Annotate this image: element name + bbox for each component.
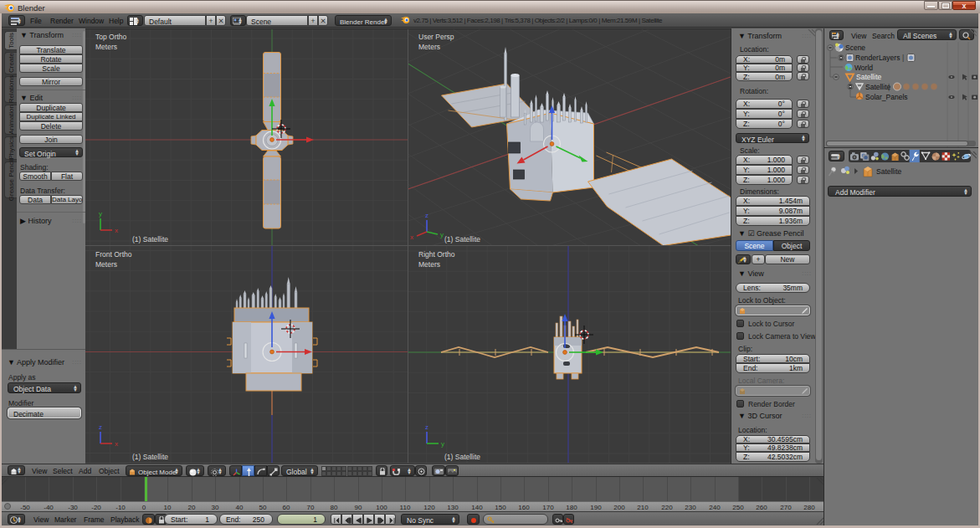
- svg-text:y: y: [99, 210, 102, 218]
- svg-text:x: x: [115, 440, 118, 448]
- svg-text:Top Ortho: Top Ortho: [95, 33, 127, 41]
- svg-text:110: 110: [400, 504, 411, 511]
- svg-text:-30: -30: [68, 504, 78, 511]
- svg-text:60: 60: [283, 504, 290, 511]
- svg-text:170: 170: [542, 504, 554, 511]
- svg-text:y: y: [440, 231, 444, 238]
- svg-text:0: 0: [142, 504, 146, 511]
- svg-text:User Persp: User Persp: [418, 33, 454, 41]
- svg-text:-10: -10: [115, 504, 126, 511]
- svg-text:20: 20: [188, 504, 196, 511]
- svg-text:Meters: Meters: [95, 43, 117, 51]
- svg-text:x: x: [115, 227, 118, 234]
- svg-text:200: 200: [613, 504, 625, 511]
- svg-text:-50: -50: [20, 504, 30, 511]
- svg-text:190: 190: [590, 504, 602, 511]
- svg-text:30: 30: [212, 504, 219, 511]
- svg-text:80: 80: [331, 504, 338, 511]
- svg-text:Meters: Meters: [418, 43, 440, 51]
- svg-text:-20: -20: [91, 504, 101, 511]
- svg-text:(1) Satellite: (1) Satellite: [444, 453, 480, 461]
- svg-text:270: 270: [780, 504, 792, 511]
- svg-text:140: 140: [471, 504, 483, 511]
- svg-text:280: 280: [803, 504, 815, 511]
- svg-text:-40: -40: [44, 504, 54, 511]
- svg-text:Scene: Scene: [845, 44, 865, 52]
- svg-text:Meters: Meters: [418, 260, 440, 269]
- svg-text:160: 160: [518, 504, 530, 511]
- svg-text:World: World: [854, 64, 873, 72]
- svg-text:(1) Satellite: (1) Satellite: [444, 235, 480, 243]
- svg-text:230: 230: [685, 504, 696, 511]
- svg-text:(1) Satellite: (1) Satellite: [132, 453, 168, 461]
- svg-text:z: z: [99, 423, 102, 431]
- svg-text:|: |: [902, 54, 904, 62]
- svg-text:260: 260: [756, 504, 767, 511]
- svg-text:Right Ortho: Right Ortho: [418, 250, 455, 259]
- svg-text:220: 220: [661, 504, 673, 511]
- svg-text:Front Ortho: Front Ortho: [95, 250, 132, 259]
- svg-text:Meters: Meters: [95, 260, 117, 269]
- svg-text:50: 50: [259, 504, 267, 511]
- svg-text:130: 130: [447, 504, 459, 511]
- svg-text:Satellite: Satellite: [865, 83, 891, 91]
- svg-text:70: 70: [307, 504, 315, 511]
- svg-text:Satellite: Satellite: [876, 167, 902, 176]
- svg-text:Satellite: Satellite: [856, 73, 882, 81]
- svg-text:Solar_Panels: Solar_Panels: [865, 93, 908, 101]
- svg-text:90: 90: [355, 504, 362, 511]
- svg-text:100: 100: [376, 504, 387, 511]
- svg-text:y: y: [441, 440, 444, 448]
- svg-text:z: z: [425, 423, 428, 431]
- svg-text:RenderLayers: RenderLayers: [855, 54, 900, 62]
- svg-text:180: 180: [566, 504, 577, 511]
- svg-text:210: 210: [637, 504, 649, 511]
- svg-text:z: z: [425, 212, 428, 219]
- svg-text:120: 120: [423, 504, 435, 511]
- svg-text:|: |: [888, 83, 890, 91]
- svg-text:x: x: [410, 233, 413, 241]
- svg-text:250: 250: [732, 504, 744, 511]
- svg-text:40: 40: [236, 504, 244, 511]
- svg-text:150: 150: [495, 504, 506, 511]
- svg-text:240: 240: [709, 504, 721, 511]
- svg-text:10: 10: [164, 504, 172, 511]
- svg-text:(1) Satellite: (1) Satellite: [132, 235, 168, 243]
